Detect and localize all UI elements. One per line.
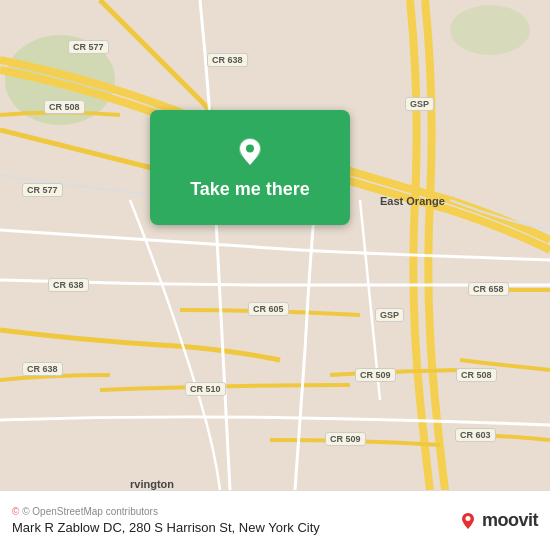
city-label-irvington: rvington — [130, 478, 174, 490]
copyright-label: © OpenStreetMap contributors — [22, 506, 158, 517]
road-badge-cr638-left: CR 638 — [22, 362, 63, 376]
copyright-text: © © OpenStreetMap contributors — [12, 506, 458, 517]
svg-point-2 — [450, 5, 530, 55]
take-me-there-card[interactable]: Take me there — [150, 110, 350, 225]
svg-point-4 — [246, 145, 254, 153]
road-badge-gsp-mid: GSP — [375, 308, 404, 322]
road-badge-cr508-right: CR 508 — [456, 368, 497, 382]
road-badge-cr577-top: CR 577 — [68, 40, 109, 54]
map-container: CR 577 CR 508 CR 577 CR 638 GSP CR 638 C… — [0, 0, 550, 490]
take-me-there-label: Take me there — [190, 179, 310, 200]
road-badge-cr605: CR 605 — [248, 302, 289, 316]
svg-point-5 — [465, 516, 470, 521]
road-badge-cr638-mid: CR 638 — [48, 278, 89, 292]
road-badge-cr508: CR 508 — [44, 100, 85, 114]
road-badge-gsp-top: GSP — [405, 97, 434, 111]
road-badge-cr638-top: CR 638 — [207, 53, 248, 67]
address-text: Mark R Zablow DC, 280 S Harrison St, New… — [12, 520, 458, 535]
pin-icon — [232, 135, 268, 171]
road-badge-cr510: CR 510 — [185, 382, 226, 396]
road-badge-cr658: CR 658 — [468, 282, 509, 296]
road-badge-cr509-left: CR 509 — [355, 368, 396, 382]
copyright-icon: © — [12, 506, 19, 517]
bottom-bar: © © OpenStreetMap contributors Mark R Za… — [0, 490, 550, 550]
road-badge-cr603: CR 603 — [455, 428, 496, 442]
road-badge-cr577-mid: CR 577 — [22, 183, 63, 197]
city-label-east-orange: East Orange — [380, 195, 445, 207]
bottom-left: © © OpenStreetMap contributors Mark R Za… — [12, 506, 458, 535]
moovit-logo: moovit — [458, 510, 538, 531]
road-badge-cr509-bot: CR 509 — [325, 432, 366, 446]
moovit-pin-icon — [458, 511, 478, 531]
moovit-text: moovit — [482, 510, 538, 531]
map-svg — [0, 0, 550, 490]
